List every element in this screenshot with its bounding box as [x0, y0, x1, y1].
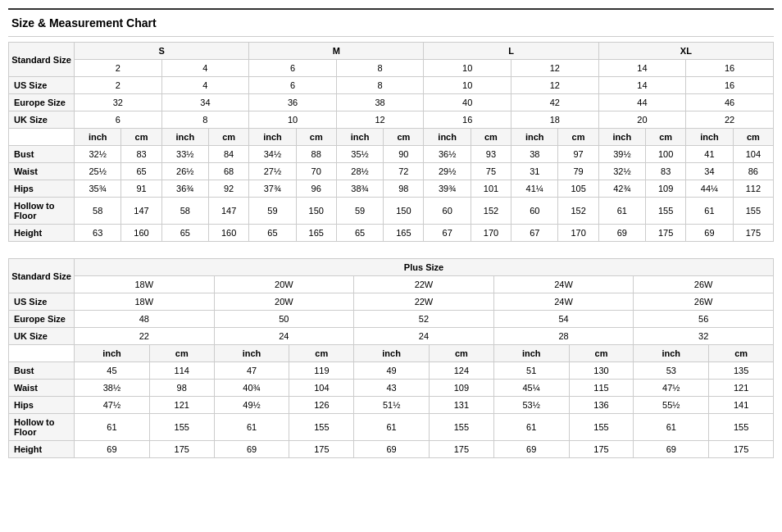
hollow_to_floor-label: Hollow to Floor [9, 198, 75, 225]
hips-cm: 101 [471, 180, 511, 198]
us-size-cell2: 26W [634, 293, 774, 311]
waist-cm: 79 [558, 163, 598, 180]
height-inch: 65 [161, 225, 208, 242]
cm-label2: cm [149, 345, 214, 362]
hips-inch2: 47½ [75, 397, 150, 414]
waist-cm2: 115 [569, 380, 634, 397]
us-size-cell: 12 [511, 77, 599, 94]
uk-size-cell2: 24 [354, 328, 494, 345]
waist-inch2: 43 [354, 380, 430, 397]
hips-cm2: 121 [149, 397, 214, 414]
hips-cm2: 131 [430, 397, 494, 414]
europe-size-cell: 34 [161, 94, 249, 111]
us-2: 2 [75, 60, 162, 77]
hips-inch: 38¾ [336, 180, 383, 198]
cm-label: cm [558, 129, 598, 146]
cm-label: cm [733, 129, 773, 146]
hips-inch2: 55½ [634, 397, 709, 414]
hips-inch: 36¾ [161, 180, 208, 198]
height-cm: 165 [296, 225, 336, 242]
waist-cm2: 121 [709, 380, 774, 397]
bust-cm: 97 [558, 146, 598, 163]
bust-inch: 38 [511, 146, 558, 163]
inch-label: inch [686, 129, 733, 146]
europe-size-cell2: 54 [493, 311, 634, 328]
us-20w: 20W [214, 276, 354, 293]
hips-inch: 37¾ [249, 180, 296, 198]
height-cm: 165 [384, 225, 424, 242]
height-inch: 67 [424, 225, 471, 242]
us-24w: 24W [493, 276, 634, 293]
cm-label: cm [209, 129, 249, 146]
hollow_to_floor-cm: 150 [384, 198, 424, 225]
cm-label2: cm [289, 345, 354, 362]
europe-size-cell: 46 [686, 94, 774, 111]
hollow_to_floor-inch2: 61 [634, 414, 709, 441]
hollow_to_floor-inch: 60 [424, 198, 471, 225]
hips-inch: 44¼ [686, 180, 733, 198]
plus-size-header: Plus Size [75, 259, 774, 276]
bust-inch2: 53 [634, 362, 709, 380]
bust-cm: 100 [646, 146, 686, 163]
cm-label: cm [296, 129, 336, 146]
height-inch2: 69 [493, 441, 569, 458]
inch-label: inch [161, 129, 208, 146]
standard-size-header: Standard Size [9, 43, 75, 77]
height-cm: 175 [646, 225, 686, 242]
height-cm2: 175 [569, 441, 634, 458]
uk-size-cell: 6 [75, 111, 162, 129]
uk-size-cell: 10 [249, 111, 337, 129]
waist-inch: 26½ [161, 163, 208, 180]
hips-inch: 42¾ [598, 180, 645, 198]
us-size-label: US Size [9, 77, 75, 94]
uk-size-cell2: 24 [214, 328, 354, 345]
bust-cm2: 130 [569, 362, 634, 380]
hollow_to_floor-cm2: 155 [709, 414, 774, 441]
us-size-cell: 4 [161, 77, 249, 94]
europe-size-cell2: 56 [634, 311, 774, 328]
us-10: 10 [424, 60, 511, 77]
waist-cm2: 109 [430, 380, 494, 397]
europe-size-cell2: 50 [214, 311, 354, 328]
standard-size-table: Standard Size S M L XL 2 4 6 8 10 12 14 … [8, 42, 774, 242]
waist-inch: 31 [511, 163, 558, 180]
hollow_to_floor-cm2: 155 [289, 414, 354, 441]
hollow_to_floor-inch: 58 [161, 198, 208, 225]
us-size-cell: 6 [249, 77, 337, 94]
bust-inch: 32½ [75, 146, 121, 163]
height-inch2: 69 [354, 441, 430, 458]
europe-size-cell: 32 [75, 94, 162, 111]
bust-inch2: 47 [214, 362, 289, 380]
us-size-cell: 14 [598, 77, 686, 94]
hollow_to_floor-inch: 61 [686, 198, 733, 225]
waist-inch: 34 [686, 163, 733, 180]
waist-cm: 70 [296, 163, 336, 180]
bust-inch: 35½ [336, 146, 383, 163]
europe-size-cell: 38 [336, 94, 424, 111]
us-size-cell2: 24W [493, 293, 634, 311]
uk-size-cell2: 22 [75, 328, 215, 345]
us-12: 12 [511, 60, 599, 77]
plus-size-table: Standard Size Plus Size 18W 20W 22W 24W … [8, 258, 774, 458]
inch-label: inch [424, 129, 471, 146]
height-inch: 65 [249, 225, 296, 242]
hollow_to_floor-cm2: 155 [430, 414, 494, 441]
uk-size-cell: 18 [511, 111, 599, 129]
hips-cm: 112 [733, 180, 773, 198]
hips-cm2: 126 [289, 397, 354, 414]
bust-inch: 41 [686, 146, 733, 163]
l-header: L [424, 43, 598, 60]
us-6: 6 [249, 60, 337, 77]
xl-header: XL [598, 43, 773, 60]
bust-cm: 93 [471, 146, 511, 163]
waist-inch: 27½ [249, 163, 296, 180]
height-cm: 160 [121, 225, 161, 242]
height-inch: 63 [75, 225, 121, 242]
hollow_to_floor-inch: 60 [511, 198, 558, 225]
inch-label: inch [336, 129, 383, 146]
waist-inch2: 45¼ [493, 380, 569, 397]
waist-cm2: 104 [289, 380, 354, 397]
empty-cell2 [9, 345, 75, 362]
height-inch: 69 [686, 225, 733, 242]
cm-label2: cm [709, 345, 774, 362]
